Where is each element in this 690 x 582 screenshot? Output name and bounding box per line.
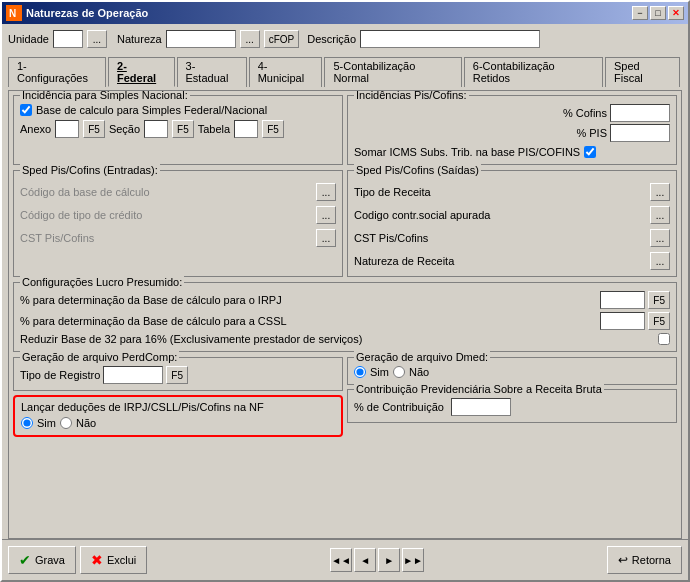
reduzir-checkbox[interactable] (658, 333, 670, 345)
tipo-receita-label: Tipo de Receita (354, 186, 431, 198)
nav-first-button[interactable]: ◄◄ (330, 548, 352, 572)
contrib-previdenciaria-title: Contribuição Previdenciária Sobre a Rece… (354, 383, 604, 395)
lancamentos-sim-radio[interactable] (21, 417, 33, 429)
tab-configuracoes[interactable]: 1-Configurações (8, 57, 106, 87)
cst-saidas-label: CST Pis/Cofins (354, 232, 428, 244)
window-title: Naturezas de Operação (26, 7, 148, 19)
lancamentos-group: Lançar deduções de IRPJ/CSLL/Pis/Cofins … (13, 395, 343, 437)
secao-label: Seção (109, 123, 140, 135)
pis-cofins-group: Incidências Pis/Cofins: % Cofins 0,0000 … (347, 95, 677, 165)
perdcomp-title: Geração de arquivo PerdComp: (20, 351, 179, 363)
tipo-registro-f5-btn[interactable]: F5 (166, 366, 188, 384)
unidade-input[interactable]: 1 (53, 30, 83, 48)
contrib-previdenciaria-group: Contribuição Previdenciária Sobre a Rece… (347, 389, 677, 423)
natureza-input[interactable]: 5102.000 (166, 30, 236, 48)
anexo-label: Anexo (20, 123, 51, 135)
cst-entradas-dots-btn[interactable]: ... (316, 229, 336, 247)
window-controls: − □ ✕ (632, 6, 684, 20)
pct-contribuicao-label: % de Contribuição (354, 401, 444, 413)
cofins-input[interactable]: 0,0000 (610, 104, 670, 122)
somar-label: Somar ICMS Subs. Trib. na base PIS/COFIN… (354, 146, 580, 158)
lucro-presumido-group: Configurações Lucro Presumido: % para de… (13, 282, 677, 352)
pis-label: % PIS (576, 127, 607, 139)
nav-last-button[interactable]: ►► (402, 548, 424, 572)
tab-contab-normal[interactable]: 5-Contabilização Normal (324, 57, 461, 87)
exclui-button[interactable]: ✖ Exclui (80, 546, 147, 574)
dmed-title: Geração de arquivo Dmed: (354, 351, 490, 363)
irpj-f5-btn[interactable]: F5 (648, 291, 670, 309)
somar-checkbox[interactable] (584, 146, 596, 158)
sped-saidas-group: Sped Pis/Cofins (Saídas) Tipo de Receita… (347, 170, 677, 277)
cssl-f5-btn[interactable]: F5 (648, 312, 670, 330)
unidade-label: Unidade (8, 33, 49, 45)
perdcomp-group: Geração de arquivo PerdComp: Tipo de Reg… (13, 357, 343, 391)
natureza-dots-button[interactable]: ... (240, 30, 260, 48)
secao-input[interactable]: 0 (144, 120, 168, 138)
grava-button[interactable]: ✔ Grava (8, 546, 76, 574)
dmed-nao-radio[interactable] (393, 366, 405, 378)
irpj-label: % para determinação da Base de cálculo p… (20, 294, 282, 306)
lancamentos-nao-radio[interactable] (60, 417, 72, 429)
dmed-sim-radio[interactable] (354, 366, 366, 378)
cst-saidas-dots-btn[interactable]: ... (650, 229, 670, 247)
cssl-input[interactable]: 0,00 (600, 312, 645, 330)
main-window: N Naturezas de Operação − □ ✕ Unidade 1 … (0, 0, 690, 582)
irpj-input[interactable]: 0,00 (600, 291, 645, 309)
return-icon: ↩ (618, 553, 628, 567)
codigo-base-dots-btn[interactable]: ... (316, 183, 336, 201)
tab-federal[interactable]: 2-Federal (108, 57, 175, 87)
anexo-f5-btn[interactable]: F5 (83, 120, 105, 138)
tab-estadual[interactable]: 3-Estadual (177, 57, 247, 87)
tab-municipal[interactable]: 4-Municipal (249, 57, 323, 87)
cst-entradas-label: CST Pis/Cofins (20, 232, 94, 244)
minimize-button[interactable]: − (632, 6, 648, 20)
codigo-base-label: Código da base de cálculo (20, 186, 150, 198)
pct-contribuicao-input[interactable]: 0,0000 (451, 398, 511, 416)
anexo-input[interactable]: 0 (55, 120, 79, 138)
tipo-receita-dots-btn[interactable]: ... (650, 183, 670, 201)
descricao-input[interactable]: VENDA MERCADORIA ESTADO (360, 30, 540, 48)
codigo-tipo-dots-btn[interactable]: ... (316, 206, 336, 224)
natureza-receita-dots-btn[interactable]: ... (650, 252, 670, 270)
action-buttons: ✔ Grava ✖ Exclui (8, 546, 147, 574)
nav-next-button[interactable]: ► (378, 548, 400, 572)
tabela-input[interactable]: 0 (234, 120, 258, 138)
tipo-registro-label: Tipo de Registro (20, 369, 100, 381)
maximize-button[interactable]: □ (650, 6, 666, 20)
sped-saidas-title: Sped Pis/Cofins (Saídas) (354, 164, 481, 176)
cssl-label: % para determinação da Base de cálculo p… (20, 315, 287, 327)
tipo-registro-input[interactable] (103, 366, 163, 384)
natureza-receita-label: Natureza de Receita (354, 255, 454, 267)
check-icon: ✔ (19, 552, 31, 568)
tabela-f5-btn[interactable]: F5 (262, 120, 284, 138)
lancamentos-nao-label: Não (76, 417, 96, 429)
codigo-tipo-label: Código de tipo de crédito (20, 209, 142, 221)
tab-contab-retidos[interactable]: 6-Contabilização Retidos (464, 57, 603, 87)
app-icon: N (6, 5, 22, 21)
dmed-nao-label: Não (409, 366, 429, 378)
tab-bar: 1-Configurações 2-Federal 3-Estadual 4-M… (8, 56, 682, 86)
cfop-button[interactable]: cFOP (264, 30, 300, 48)
secao-f5-btn[interactable]: F5 (172, 120, 194, 138)
lancamentos-title: Lançar deduções de IRPJ/CSLL/Pis/Cofins … (21, 401, 264, 413)
unidade-dots-button[interactable]: ... (87, 30, 107, 48)
tab-sped-fiscal[interactable]: Sped Fiscal (605, 57, 680, 87)
tab-content-federal: Incidência para Simples Nacional: Base d… (8, 90, 682, 539)
lucro-presumido-title: Configurações Lucro Presumido: (20, 276, 184, 288)
retorna-button[interactable]: ↩ Retorna (607, 546, 682, 574)
codigo-contr-label: Codigo contr.social apurada (354, 209, 490, 221)
close-button[interactable]: ✕ (668, 6, 684, 20)
reduzir-label: Reduzir Base de 32 para 16% (Exclusivame… (20, 333, 362, 345)
simples-nacional-title: Incidência para Simples Nacional: (20, 90, 190, 101)
bottom-bar: ✔ Grava ✖ Exclui ◄◄ ◄ ► ►► ↩ Retorna (2, 539, 688, 580)
pis-cofins-title: Incidências Pis/Cofins: (354, 90, 469, 101)
descricao-label: Descrição (307, 33, 356, 45)
lancamentos-sim-label: Sim (37, 417, 56, 429)
base-calculo-checkbox[interactable] (20, 104, 32, 116)
navigation-controls: ◄◄ ◄ ► ►► (330, 548, 424, 572)
svg-text:N: N (9, 8, 16, 19)
pis-input[interactable]: 0,0000 (610, 124, 670, 142)
base-calculo-label: Base de calculo para Simples Federal/Nac… (36, 104, 267, 116)
nav-prev-button[interactable]: ◄ (354, 548, 376, 572)
codigo-contr-dots-btn[interactable]: ... (650, 206, 670, 224)
